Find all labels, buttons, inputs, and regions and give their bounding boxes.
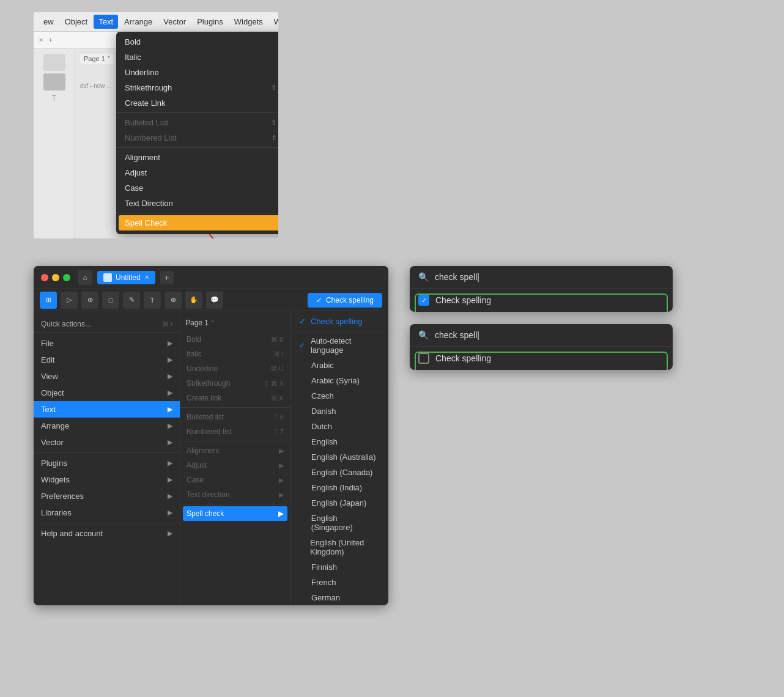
result-checkbox-1[interactable]: ✓ [418,295,429,306]
sidebar-item-libraries[interactable]: Libraries▶ [34,504,180,521]
text-sub-strikethrough[interactable]: Strikethrough⇧ ⌘ X [180,376,290,391]
component-tool[interactable]: ⊛ [165,292,182,309]
sidebar-item-plugins[interactable]: Plugins▶ [34,455,180,471]
lang-french[interactable]: ✓ French [290,575,388,590]
select-tool[interactable]: ▷ [61,292,78,309]
menu-italic[interactable]: Italic ⌘ I [116,50,278,65]
sidebar-item-arrange[interactable]: Arrange▶ [34,418,180,434]
menu-arrange[interactable]: Arrange [119,15,157,29]
sidebar-item-view[interactable]: View▶ [34,368,180,385]
lang-english-japan[interactable]: ✓ English (Japan) [290,495,388,511]
text-sub-create-link[interactable]: Create link⌘ K [180,391,290,405]
tab-close-button[interactable]: ✕ [144,274,149,281]
menu-create-link[interactable]: Create Link ⌘ K [116,95,278,111]
language-submenu: ✓ Check spelling ✓ Auto-detect language … [290,311,388,605]
page-selector[interactable]: Page 1 ˅ [180,316,290,330]
result-label-1: Check spelling [435,295,491,305]
menu-text-direction[interactable]: Text Direction ▶ [116,196,278,211]
lang-finnish[interactable]: ✓ Finnish [290,559,388,575]
lang-dutch[interactable]: ✓ Dutch [290,419,388,434]
search-result-1: ✓ Check spelling [410,289,673,312]
check-spelling-checkmark: ✓ [316,296,322,304]
sidebar-item-vector[interactable]: Vector▶ [34,434,180,451]
menu-strikethrough[interactable]: Strikethrough ⇧ ⌘ X [116,80,278,95]
sidebar-mock: T [34,49,75,238]
shape-tool[interactable]: □ [102,292,119,309]
text-submenu: Page 1 ˅ Bold⌘ B Italic⌘ I Underline⌘ U … [180,311,290,605]
search-input-1[interactable] [435,272,664,282]
comment-tool[interactable]: 💬 [206,292,223,309]
new-tab-button[interactable]: + [160,271,174,284]
check-spelling-active-button[interactable]: ✓ Check spelling [308,293,382,308]
sidebar-item-text[interactable]: Text▶ [34,401,180,418]
check-spelling-icon: ✓ [299,317,306,326]
lang-english-india[interactable]: ✓ English (India) [290,480,388,495]
lang-arabic-syria[interactable]: ✓ Arabic (Syria) [290,373,388,388]
text-sub-alignment[interactable]: Alignment▶ [180,443,290,458]
menu-case[interactable]: Case ▶ [116,180,278,196]
sidebar-item-file[interactable]: File▶ [34,335,180,352]
text-sub-adjust[interactable]: Adjust▶ [180,458,290,473]
search-bar-1: 🔍 [410,266,673,289]
menu-adjust[interactable]: Adjust ▶ [116,165,278,180]
menu-widgets[interactable]: Widgets [229,15,268,29]
pen-tool[interactable]: ✎ [123,292,140,309]
fullscreen-button[interactable] [63,274,70,281]
tool-bar: ⊞ ▷ ⊕ □ ✎ T ⊛ ✋ 💬 ✓ Check spelling [34,289,388,311]
scale-tool[interactable]: ⊕ [81,292,98,309]
checkbox-check-icon: ✓ [421,297,427,304]
traffic-lights [41,274,70,281]
lang-english-uk[interactable]: ✓ English (United Kingdom) [290,535,388,559]
lang-auto-detect[interactable]: ✓ Auto-detect language [290,333,388,358]
menu-bar: ew Object Text Arrange Vector Plugins Wi… [34,12,278,32]
menu-bold[interactable]: Bold ⌘ B [116,34,278,50]
sidebar-item-help[interactable]: Help and account▶ [34,525,180,542]
untitled-tab[interactable]: Untitled ✕ [97,271,155,284]
menu-ew[interactable]: ew [39,15,59,29]
lang-english-canada[interactable]: ✓ English (Canada) [290,465,388,480]
lang-english-singapore[interactable]: ✓ English (Singapore) [290,511,388,535]
text-sub-numbered[interactable]: Numbered list⇧ 7 [180,424,290,439]
menu-vector[interactable]: Vector [158,15,191,29]
menu-object[interactable]: Object [60,15,93,29]
check-spelling-header[interactable]: ✓ Check spelling [290,314,388,329]
search-bar-2: 🔍 [410,324,673,347]
lang-german[interactable]: ✓ German [290,590,388,605]
home-button[interactable]: ⌂ [78,270,92,285]
text-sub-spell-check[interactable]: Spell check▶ [183,506,287,521]
quick-actions[interactable]: Quick actions... ⌘ / [34,316,180,333]
sidebar-item-preferences[interactable]: Preferences▶ [34,488,180,504]
result-checkbox-2[interactable] [418,353,429,364]
text-tool[interactable]: T [144,292,161,309]
text-sub-bulleted[interactable]: Bulleted list⇧ 8 [180,410,290,424]
figma-app-window: ⌂ Untitled ✕ + ⊞ ▷ ⊕ □ ✎ T ⊛ ✋ 💬 ✓ Check… [34,266,388,605]
title-bar: ⌂ Untitled ✕ + [34,266,388,289]
menu-spell-check[interactable]: Spell Check ▶ [119,215,278,230]
lang-english[interactable]: ✓ English [290,434,388,449]
sidebar-item-widgets[interactable]: Widgets▶ [34,471,180,488]
text-sub-underline[interactable]: Underline⌘ U [180,361,290,376]
sidebar-item-object[interactable]: Object▶ [34,385,180,401]
frame-tool[interactable]: ⊞ [40,292,57,309]
text-sub-direction[interactable]: Text direction▶ [180,487,290,502]
menu-underline[interactable]: Underline ⌘ U [116,65,278,80]
lang-english-australia[interactable]: ✓ English (Australia) [290,449,388,465]
close-button[interactable] [41,274,48,281]
menu-plugins[interactable]: Plugins [192,15,228,29]
lang-czech[interactable]: ✓ Czech [290,388,388,404]
lang-danish[interactable]: ✓ Danish [290,404,388,419]
result-label-2: Check spelling [435,353,491,363]
text-sub-italic[interactable]: Italic⌘ I [180,347,290,361]
text-sub-bold[interactable]: Bold⌘ B [180,332,290,347]
menu-numbered-list: Numbered List ⇧ ⌘ 7 [116,130,278,146]
menu-alignment[interactable]: Alignment ▶ [116,150,278,165]
minimize-button[interactable] [52,274,59,281]
search-input-2[interactable] [435,330,664,340]
menu-wi[interactable]: Wi [269,15,278,29]
lang-arabic[interactable]: ✓ Arabic [290,358,388,373]
page-label-mock: Page 1 ˅ [80,54,114,64]
menu-text[interactable]: Text [94,15,118,29]
text-sub-case[interactable]: Case▶ [180,473,290,487]
hand-tool[interactable]: ✋ [185,292,202,309]
sidebar-item-edit[interactable]: Edit▶ [34,352,180,368]
